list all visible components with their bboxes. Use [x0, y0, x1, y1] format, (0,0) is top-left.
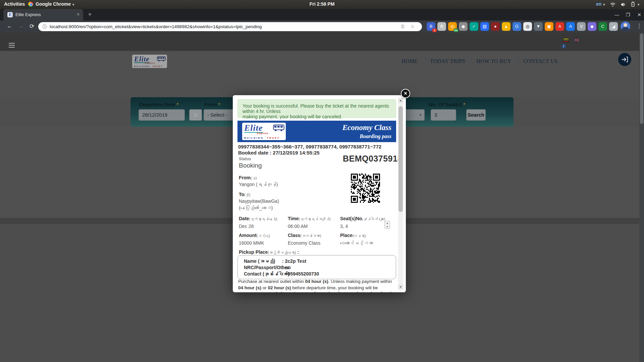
note-segment: 04 hour (s): [305, 279, 328, 284]
url-text: localhost:8000/en/?option=com_eticket&vi…: [50, 22, 405, 31]
status-value: Booking: [239, 162, 262, 169]
window-restore-button[interactable]: ❐: [626, 12, 630, 17]
reload-button[interactable]: ⟳: [30, 23, 34, 30]
chrome-logo-icon: [28, 2, 33, 7]
extension-icon[interactable]: G: [513, 22, 521, 31]
extension-glyph: ◉: [459, 22, 468, 31]
extension-glyph: ◢: [609, 22, 618, 31]
back-button[interactable]: ←: [7, 23, 12, 29]
time-field-label: Time(ထွက်ခွာရန်အချိန်): [288, 216, 331, 221]
extension-icon[interactable]: ◎On: [448, 22, 457, 31]
bus-icon: [273, 124, 284, 132]
class-field-label: Class(အတန်းအစား): [288, 233, 321, 238]
note-segment: ယခုအချိန်မှစ၍ ၀၄ နာရီအတွင်း အနီးဆုံးအေးဂ…: [238, 292, 392, 292]
extension-icon[interactable]: ▲: [502, 22, 511, 31]
extension-icon[interactable]: ✓: [470, 22, 478, 31]
amount-field-value: 16000 MMK: [239, 240, 264, 246]
browser-menu-icon[interactable]: ⋮: [636, 22, 642, 29]
booked-date: Booked date : 27/12/2019 14:55:25: [238, 150, 320, 156]
place-field-value: ဝေအောင်မင်္ဂလာ: [340, 240, 373, 246]
wifi-icon: [610, 3, 615, 7]
passenger-nrc-value: : no: [282, 265, 291, 270]
extension-icon[interactable]: ◍: [523, 22, 532, 31]
note-segment: . Unless making payment within: [328, 279, 392, 284]
extension-icon[interactable]: A: [555, 22, 564, 31]
os-top-bar: Activities Google Chrome▾ Fri 2:58 PM en…: [0, 0, 644, 9]
window-minimize-button[interactable]: —: [614, 12, 619, 17]
extension-icon[interactable]: ◢: [609, 22, 618, 31]
extension-glyph: A: [555, 22, 564, 31]
password-key-icon[interactable]: ⚿: [401, 22, 405, 31]
extension-glyph: ▣: [545, 22, 553, 31]
extension-icon[interactable]: A: [566, 22, 575, 31]
date-field-label: Date(ထွက်ခွာရန်နေ့စွဲ): [239, 216, 277, 221]
chevron-down-icon: ▾: [638, 3, 639, 6]
tab-close-icon[interactable]: ✕: [76, 12, 80, 17]
volume-icon: [621, 2, 626, 7]
extension-icon[interactable]: ●: [491, 22, 500, 31]
extension-glyph: ●: [491, 22, 500, 31]
site-info-icon[interactable]: ⓘ: [43, 22, 47, 31]
purchase-note: Purchase at nearest outlet within 04 hou…: [238, 278, 395, 292]
url-bar[interactable]: ⓘ localhost:8000/en/?option=com_eticket&…: [38, 22, 422, 31]
seat-number-stepper[interactable]: ▲ ▼: [384, 221, 390, 229]
tab-elite-express[interactable]: E Elite Express ✕: [3, 9, 83, 20]
note-segment: 04 hour (s): [238, 285, 261, 290]
spin-down-icon[interactable]: ▼: [385, 225, 390, 229]
extension-glyph: G: [513, 22, 521, 31]
extension-icon[interactable]: ⚙: [437, 22, 446, 31]
chevron-down-icon: ▾: [603, 3, 605, 6]
window-close-button[interactable]: ✕: [637, 12, 641, 17]
extension-icon[interactable]: ◆: [588, 22, 596, 31]
modal-close-button[interactable]: ✕: [401, 89, 410, 98]
extension-icon[interactable]: ▣: [545, 22, 553, 31]
modal-scrollbar[interactable]: ▲ ▼: [398, 98, 403, 290]
extension-icon[interactable]: B3: [427, 22, 435, 31]
app-menu[interactable]: Google Chrome▾: [28, 1, 74, 7]
clock[interactable]: Fri 2:58 PM: [310, 1, 335, 7]
to-field-value: Naypyitaw(BawGa): [239, 198, 279, 204]
extension-icon[interactable]: V: [577, 22, 586, 31]
modal-body: Your booking is successful. Please buy t…: [233, 95, 406, 292]
note-segment: or: [261, 285, 268, 290]
profile-avatar[interactable]: [621, 21, 630, 31]
extension-icon[interactable]: ▤: [480, 22, 489, 31]
to-field-label: To(သို့): [239, 192, 250, 197]
booking-modal: Your booking is successful. Please buy t…: [233, 95, 406, 292]
logo-tagline-right: TRUST: [267, 137, 280, 139]
logo-brand-text: Elite: [244, 124, 263, 133]
class-field-value: Economy Class: [288, 240, 320, 246]
extension-glyph: ▲: [502, 22, 511, 31]
time-field-value: 06:00 AM: [288, 224, 308, 229]
screen: Activities Google Chrome▾ Fri 2:58 PM en…: [0, 0, 644, 362]
activities-button[interactable]: Activities: [4, 1, 25, 7]
new-tab-button[interactable]: +: [88, 11, 92, 18]
agent-phone-numbers: 09977838344~355~366~377, 09977838774, 09…: [238, 144, 381, 149]
app-menu-label: Google Chrome: [36, 1, 71, 7]
ticket-logo: Elite Express BUILDING TRUST: [242, 123, 286, 140]
spin-up-icon[interactable]: ▲: [385, 221, 390, 225]
pickup-place-label: Pickup Place(ယာဉ်စီးမည့်နေရာ) :: [239, 249, 299, 255]
scroll-down-icon[interactable]: ▼: [398, 285, 403, 290]
extension-icon[interactable]: ◉: [459, 22, 468, 31]
boarding-pass-subtitle: Boarding pass: [360, 133, 391, 139]
seat-field-label: Seat(s)No.ခုံနံပါတ် (များ): [340, 216, 385, 221]
note-segment: Purchase at nearest outlet within: [238, 279, 305, 284]
passenger-contact-value: : +959455200730: [282, 271, 319, 277]
extension-glyph: ▤: [480, 22, 489, 31]
system-tray[interactable]: en▾ ▾: [596, 1, 639, 7]
extension-icon[interactable]: C: [598, 22, 607, 31]
tab-title: Elite Express: [15, 12, 41, 17]
bookmark-star-icon[interactable]: ☆: [410, 22, 415, 31]
extension-glyph: C: [598, 22, 607, 31]
modal-scrollbar-thumb[interactable]: [398, 106, 403, 212]
scroll-up-icon[interactable]: ▲: [398, 98, 403, 103]
tab-favicon: E: [7, 12, 13, 17]
to-field-value-mm: (နေပြည်တော်_ဘောဂ): [239, 205, 273, 210]
from-field-value: Yangon (ရန်ကုန်): [239, 182, 278, 187]
extension-badge: 3: [432, 28, 437, 32]
forward-button[interactable]: →: [18, 23, 24, 29]
logo-express-text: Express: [257, 132, 268, 134]
extension-icon[interactable]: ▼: [534, 22, 543, 31]
language-indicator[interactable]: en: [596, 1, 601, 7]
